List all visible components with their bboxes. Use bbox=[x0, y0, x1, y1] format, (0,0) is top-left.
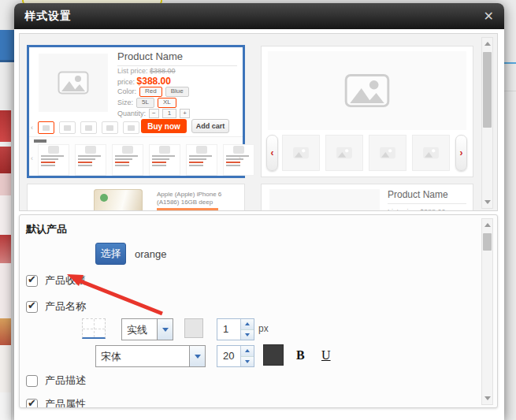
checkbox-row-attributes: 产品属性 bbox=[26, 397, 86, 408]
price-value: $388.00 bbox=[137, 76, 171, 87]
step-down-icon[interactable] bbox=[241, 356, 254, 367]
product-image-placeholder bbox=[268, 51, 466, 130]
related-product-card bbox=[149, 144, 180, 176]
step-up-icon[interactable] bbox=[241, 319, 254, 329]
preview-quantity-row: Quantity: − 1 + bbox=[117, 109, 190, 118]
bold-button[interactable]: B bbox=[296, 348, 305, 362]
list-item-price-placeholder bbox=[157, 208, 218, 211]
background-divider bbox=[503, 91, 516, 91]
size-option-5l: 5L bbox=[136, 98, 154, 108]
size-label: Size: bbox=[117, 98, 133, 106]
template-scrollbar[interactable] bbox=[481, 37, 493, 209]
border-style-dropdown[interactable]: 实线 bbox=[121, 318, 173, 340]
chevron-down-icon[interactable] bbox=[189, 346, 205, 366]
scroll-up-icon[interactable] bbox=[484, 223, 491, 227]
scroll-up-icon[interactable] bbox=[484, 42, 491, 46]
quantity-minus: − bbox=[149, 109, 159, 118]
related-header-placeholder bbox=[34, 139, 46, 143]
checkbox-label: 产品属性 bbox=[45, 397, 86, 408]
thumbnail bbox=[369, 135, 406, 171]
checkbox-label: 产品描述 bbox=[45, 374, 86, 388]
background-blue-line bbox=[503, 62, 516, 64]
product-attributes-checkbox[interactable] bbox=[26, 399, 38, 409]
background-blue-bar-edge bbox=[0, 60, 14, 62]
prev-icon: ‹ bbox=[31, 124, 33, 132]
iphone-product-image bbox=[94, 189, 143, 211]
select-product-button[interactable]: 选择 bbox=[95, 243, 126, 265]
dialog-header: 样式设置 ✕ bbox=[14, 3, 504, 29]
font-size-value: 20 bbox=[217, 346, 240, 366]
prev-icon: ‹ bbox=[31, 154, 33, 162]
preview-list-price: List price: $388.00 bbox=[388, 208, 446, 211]
font-family-dropdown[interactable]: 宋体 bbox=[95, 345, 206, 367]
border-style-value: 实线 bbox=[122, 319, 157, 340]
quantity-value: 1 bbox=[162, 109, 176, 118]
thumbnail bbox=[123, 121, 139, 134]
scroll-down-icon[interactable] bbox=[484, 200, 491, 204]
template-option-detail[interactable]: Product Name List price: $388.00 price: … bbox=[27, 45, 245, 178]
list-price-value: $388.00 bbox=[150, 67, 176, 75]
scroll-down-icon[interactable] bbox=[484, 396, 491, 400]
buy-now-button: Buy now bbox=[141, 119, 187, 133]
price-label: price: bbox=[117, 78, 135, 86]
template-option-partial[interactable]: Product Name List price: $388.00 bbox=[261, 184, 473, 211]
style-settings-dialog: 样式设置 ✕ Product Name List price: $388.00 bbox=[14, 3, 504, 420]
background-blue-bar bbox=[0, 30, 14, 60]
product-name-checkbox[interactable] bbox=[26, 301, 38, 313]
product-image-placeholder bbox=[39, 54, 108, 112]
thumbnail bbox=[59, 121, 76, 134]
next-icon: › bbox=[239, 154, 241, 162]
step-up-icon[interactable] bbox=[241, 346, 254, 356]
related-product-card bbox=[186, 144, 217, 176]
color-option-red: Red bbox=[139, 87, 162, 97]
related-products-section: ‹ › bbox=[29, 136, 243, 176]
close-icon[interactable]: ✕ bbox=[484, 10, 494, 23]
preview-product-name: Product Name bbox=[388, 189, 466, 204]
border-side-picker[interactable] bbox=[82, 318, 106, 339]
checkbox-row-description: 产品描述 bbox=[26, 374, 86, 388]
preview-list-price: List price: $388.00 bbox=[117, 67, 176, 75]
font-family-value: 宋体 bbox=[96, 346, 189, 366]
underline-button[interactable]: U bbox=[321, 348, 331, 362]
carousel-next-icon: › bbox=[455, 135, 467, 171]
related-product-card bbox=[38, 144, 69, 176]
related-product-card bbox=[112, 144, 143, 176]
scrollbar-thumb[interactable] bbox=[483, 52, 492, 128]
checkbox-label: 产品收藏 bbox=[45, 273, 86, 288]
list-item-title: Apple (Apple) iPhone 6 (A1586) 16GB deep bbox=[157, 191, 240, 206]
font-size-stepper[interactable]: 20 bbox=[217, 345, 254, 367]
product-favorite-checkbox[interactable] bbox=[26, 275, 38, 287]
thumbnail bbox=[38, 121, 54, 134]
quantity-label: Quantity: bbox=[117, 110, 146, 117]
image-icon bbox=[58, 71, 89, 95]
chevron-down-icon[interactable] bbox=[157, 319, 173, 340]
product-description-checkbox[interactable] bbox=[26, 375, 38, 387]
list-price-label: List price: bbox=[388, 208, 418, 211]
border-width-value: 1 bbox=[217, 319, 240, 340]
thumbnail bbox=[80, 121, 97, 134]
background-page-strip bbox=[0, 110, 12, 420]
list-price-label: List price: bbox=[117, 67, 148, 75]
quantity-plus: + bbox=[180, 109, 190, 118]
border-width-stepper[interactable]: 1 bbox=[217, 318, 254, 340]
size-option-xl: XL bbox=[158, 98, 176, 108]
template-option-list[interactable]: Apple (Apple) iPhone 6 (A1586) 16GB deep bbox=[27, 184, 245, 211]
font-color-swatch[interactable] bbox=[263, 344, 284, 366]
screen: 样式设置 ✕ Product Name List price: $388.00 bbox=[0, 0, 516, 420]
checkbox-row-favorite: 产品收藏 bbox=[26, 273, 86, 288]
border-color-swatch[interactable] bbox=[184, 318, 203, 338]
default-product-label: 默认产品 bbox=[26, 222, 67, 236]
carousel-prev-icon: ‹ bbox=[266, 135, 278, 171]
checkbox-label: 产品名称 bbox=[45, 299, 86, 314]
scrollbar-thumb[interactable] bbox=[483, 233, 492, 251]
template-option-gallery[interactable]: ‹ › bbox=[261, 46, 473, 177]
add-cart-button: Add cart bbox=[191, 119, 229, 133]
image-icon bbox=[344, 73, 390, 108]
preview-color-row: Color: Red Blue bbox=[117, 87, 189, 97]
color-option-blue: Blue bbox=[165, 87, 189, 97]
px-unit-label: px bbox=[258, 323, 269, 334]
thumbnail bbox=[412, 135, 450, 171]
thumbnail bbox=[325, 135, 363, 171]
step-down-icon[interactable] bbox=[241, 329, 254, 340]
form-scrollbar[interactable] bbox=[481, 218, 493, 405]
